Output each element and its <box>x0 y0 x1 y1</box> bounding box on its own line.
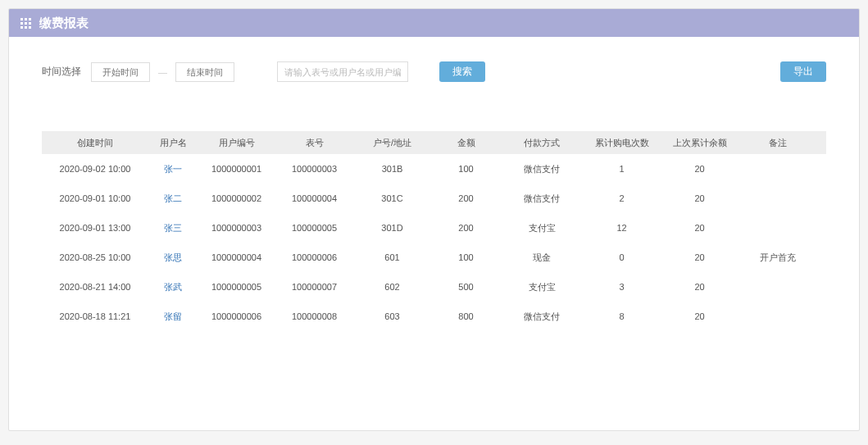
cell-addr: 301C <box>353 193 431 203</box>
grid-icon <box>20 18 31 29</box>
cell-last: 20 <box>661 252 738 262</box>
col-user-no: 用户编号 <box>198 137 275 149</box>
cell-user-no: 1000000002 <box>198 193 275 203</box>
cell-meter: 100000007 <box>275 282 353 292</box>
col-created: 创建时间 <box>42 137 148 149</box>
table-row: 2020-08-18 11:21张留1000000006100000008603… <box>42 302 826 331</box>
cell-user-link[interactable]: 张二 <box>148 193 198 205</box>
page-container: 缴费报表 时间选择 — 搜索 导出 创建时间 用户名 用户编号 表号 户号/地址… <box>8 8 860 431</box>
cell-user-no: 1000000006 <box>198 311 275 321</box>
cell-addr: 603 <box>353 311 431 321</box>
cell-count: 2 <box>583 193 661 203</box>
cell-pay: 微信支付 <box>501 311 583 323</box>
table-row: 2020-08-21 14:00张武1000000005100000007602… <box>42 272 826 302</box>
cell-count: 8 <box>583 311 661 321</box>
cell-amount: 100 <box>431 252 501 262</box>
search-input[interactable] <box>277 61 408 82</box>
cell-last: 20 <box>661 311 738 321</box>
cell-user-link[interactable]: 张武 <box>148 281 198 293</box>
col-user: 用户名 <box>148 137 198 149</box>
table-row: 2020-09-01 10:00张二1000000002100000004301… <box>42 184 826 213</box>
page-title: 缴费报表 <box>39 16 89 31</box>
cell-meter: 100000006 <box>275 252 353 262</box>
cell-meter: 100000004 <box>275 193 353 203</box>
cell-user-link[interactable]: 张一 <box>148 163 198 175</box>
col-note: 备注 <box>738 137 816 149</box>
cell-meter: 100000008 <box>275 311 353 321</box>
col-meter: 表号 <box>275 137 353 149</box>
cell-amount: 100 <box>431 164 501 174</box>
col-last: 上次累计余额 <box>661 137 738 149</box>
cell-created: 2020-08-25 10:00 <box>42 252 148 262</box>
cell-pay: 支付宝 <box>501 222 583 234</box>
page-body: 时间选择 — 搜索 导出 创建时间 用户名 用户编号 表号 户号/地址 金额 付… <box>9 37 859 430</box>
cell-addr: 301D <box>353 223 431 233</box>
cell-last: 20 <box>661 282 738 292</box>
cell-created: 2020-09-01 10:00 <box>42 193 148 203</box>
cell-amount: 800 <box>431 311 501 321</box>
start-date-input[interactable] <box>91 62 150 82</box>
cell-user-no: 1000000005 <box>198 282 275 292</box>
cell-user-link[interactable]: 张三 <box>148 222 198 234</box>
cell-pay: 微信支付 <box>501 193 583 205</box>
col-addr: 户号/地址 <box>353 137 431 149</box>
cell-addr: 601 <box>353 252 431 262</box>
data-table: 创建时间 用户名 用户编号 表号 户号/地址 金额 付款方式 累计购电次数 上次… <box>42 131 826 331</box>
table-header-row: 创建时间 用户名 用户编号 表号 户号/地址 金额 付款方式 累计购电次数 上次… <box>42 131 826 154</box>
cell-last: 20 <box>661 164 738 174</box>
cell-note: 开户首充 <box>738 252 816 264</box>
cell-meter: 100000005 <box>275 223 353 233</box>
cell-count: 12 <box>583 223 661 233</box>
cell-user-no: 1000000001 <box>198 164 275 174</box>
filter-bar: 时间选择 — 搜索 导出 <box>42 61 826 82</box>
cell-count: 3 <box>583 282 661 292</box>
table-body: 2020-09-02 10:00张一1000000001100000003301… <box>42 154 826 331</box>
cell-amount: 200 <box>431 223 501 233</box>
table-row: 2020-09-01 13:00张三1000000003100000005301… <box>42 213 826 243</box>
cell-created: 2020-09-01 13:00 <box>42 223 148 233</box>
cell-pay: 支付宝 <box>501 281 583 293</box>
col-count: 累计购电次数 <box>583 137 661 149</box>
cell-amount: 200 <box>431 193 501 203</box>
page-header: 缴费报表 <box>9 9 859 37</box>
cell-addr: 301B <box>353 164 431 174</box>
search-button[interactable]: 搜索 <box>439 61 485 82</box>
cell-created: 2020-09-02 10:00 <box>42 164 148 174</box>
col-amount: 金额 <box>431 137 501 149</box>
cell-count: 0 <box>583 252 661 262</box>
table-row: 2020-09-02 10:00张一1000000001100000003301… <box>42 154 826 184</box>
cell-pay: 微信支付 <box>501 163 583 175</box>
table-row: 2020-08-25 10:00张思1000000004100000006601… <box>42 243 826 272</box>
cell-count: 1 <box>583 164 661 174</box>
cell-user-link[interactable]: 张思 <box>148 252 198 264</box>
cell-user-link[interactable]: 张留 <box>148 311 198 323</box>
cell-user-no: 1000000003 <box>198 223 275 233</box>
time-filter-label: 时间选择 <box>42 65 81 79</box>
cell-addr: 602 <box>353 282 431 292</box>
cell-amount: 500 <box>431 282 501 292</box>
cell-last: 20 <box>661 193 738 203</box>
cell-pay: 现金 <box>501 252 583 264</box>
export-button[interactable]: 导出 <box>780 61 826 82</box>
col-pay: 付款方式 <box>501 137 583 149</box>
cell-created: 2020-08-18 11:21 <box>42 311 148 321</box>
cell-created: 2020-08-21 14:00 <box>42 282 148 292</box>
cell-last: 20 <box>661 223 738 233</box>
date-range-separator: — <box>158 67 167 77</box>
cell-user-no: 1000000004 <box>198 252 275 262</box>
cell-meter: 100000003 <box>275 164 353 174</box>
end-date-input[interactable] <box>175 62 234 82</box>
